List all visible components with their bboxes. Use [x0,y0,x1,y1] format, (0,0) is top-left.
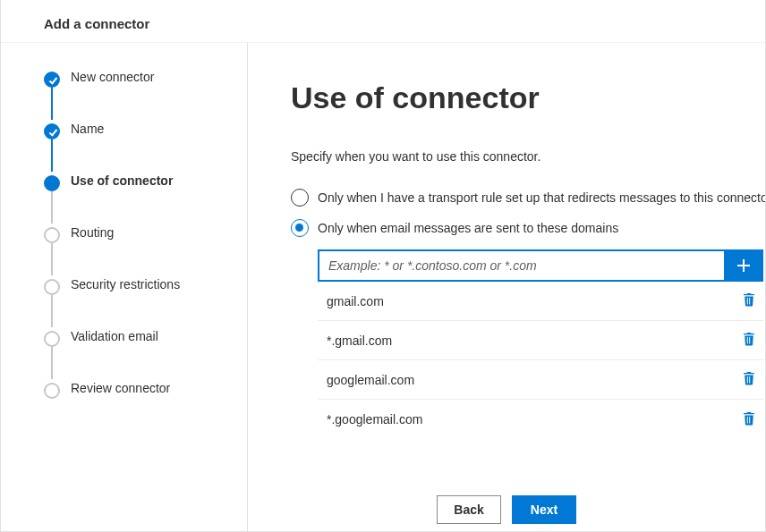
trash-icon [742,411,756,426]
trash-icon [742,332,756,346]
step-connector [51,191,53,224]
page-description: Specify when you want to use this connec… [291,149,765,164]
trash-icon [742,371,756,385]
domain-list-item: gmail.com [318,282,763,321]
domain-list-item: *.googlemail.com [318,400,763,439]
radio-option-domains[interactable]: Only when email messages are sent to the… [291,219,765,237]
step-connector [51,295,53,327]
step-label: New connector [71,70,154,84]
wizard-step-validation-email: Validation email [44,329,247,381]
add-domain-button[interactable] [724,249,763,282]
step-connector [51,347,53,379]
footer-actions: Back Next [248,495,765,524]
check-circle-icon [44,123,60,139]
wizard-step-use-of-connector[interactable]: Use of connector [44,173,247,225]
step-label: Review connector [71,381,170,395]
wizard-step-security-restrictions: Security restrictions [44,277,247,329]
wizard-step-review-connector: Review connector [44,381,247,433]
domain-label: *.googlemail.com [327,412,422,426]
domain-label: *.gmail.com [327,334,392,348]
delete-domain-button[interactable] [738,328,760,352]
delete-domain-button[interactable] [738,408,760,432]
radio-icon [291,219,309,237]
delete-domain-button[interactable] [738,367,760,392]
step-label: Name [71,122,104,136]
domain-list-item: *.gmail.com [318,321,763,360]
circle-icon [44,279,60,295]
back-button[interactable]: Back [437,495,501,524]
radio-label: Only when I have a transport rule set up… [318,190,765,205]
next-button[interactable]: Next [512,495,576,524]
wizard-step-routing: Routing [44,225,247,277]
domain-list-item: googlemail.com [318,360,763,400]
domain-label: gmail.com [327,294,384,308]
circle-icon [44,383,60,399]
svg-rect-1 [737,265,750,266]
wizard-steps-sidebar: New connectorNameUse of connectorRouting… [1,43,248,531]
wizard-step-name[interactable]: Name [44,122,247,173]
trash-icon [742,292,756,307]
step-connector [51,243,53,275]
wizard-step-new-connector[interactable]: New connector [44,70,247,122]
step-connector [51,139,53,172]
step-label: Use of connector [71,173,173,188]
main-content: Use of connector Specify when you want t… [248,43,765,531]
circle-icon [44,331,60,347]
page-title: Use of connector [291,80,765,115]
step-label: Validation email [71,329,158,343]
step-label: Security restrictions [71,277,180,291]
panel-title: Add a connector [1,0,765,43]
radio-icon [291,189,309,207]
radio-label: Only when email messages are sent to the… [318,221,618,235]
circle-icon [44,227,60,243]
delete-domain-button[interactable] [738,289,760,313]
step-connector [51,88,53,120]
filled-circle-icon [44,175,60,191]
domain-input[interactable] [318,249,724,282]
plus-icon [736,258,752,274]
step-label: Routing [71,225,114,240]
check-circle-icon [44,72,60,88]
domain-label: googlemail.com [327,373,414,387]
radio-option-transport-rule[interactable]: Only when I have a transport rule set up… [291,189,765,207]
